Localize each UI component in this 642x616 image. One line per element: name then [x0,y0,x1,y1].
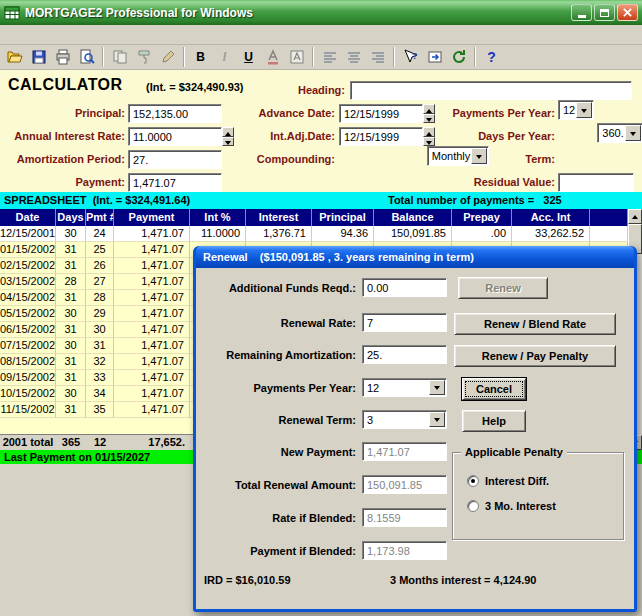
print-preview-button[interactable] [75,46,98,68]
column-header: Interest [246,209,312,226]
penalty-radio-option[interactable]: 3 Mo. Interest [467,500,556,512]
toolbar-separator [102,47,104,67]
rate-if-blended-field: 8.1559 [362,508,447,527]
int-adj-date-field[interactable]: 12/15/1999 [339,127,423,146]
scroll-up-button[interactable] [628,209,642,224]
pencil-icon [160,49,176,65]
months-interest-text: 3 Months interest = 4,124.90 [390,574,536,586]
dialog-title-bar[interactable]: Renewal ($150,091.85 , 3. years remainin… [196,246,634,268]
column-header: Pmt # [86,209,114,226]
heading-input[interactable] [350,81,632,100]
remaining-amortization-label: Remaining Amortization: [204,349,356,361]
spreadsheet-title: SPREADSHEET (Int. = $324,491.64) [4,192,190,209]
bold-button[interactable]: B [189,46,212,68]
advance-date-field[interactable]: 12/15/1999 [339,104,423,123]
align-center-icon [346,49,362,65]
dropdown-arrow-icon[interactable] [625,125,641,141]
additional-funds-label: Additional Funds Reqd.: [204,282,356,294]
column-header: Days [56,209,86,226]
dropdown-arrow-icon[interactable] [429,412,445,427]
dialog-payments-per-year-select[interactable]: 12 [362,378,447,397]
toolbar-separator [183,47,185,67]
payment-if-blended-label: Payment if Blended: [204,545,356,557]
radio-icon [467,500,479,512]
residual-value-label: Residual Value: [438,173,555,192]
help-button[interactable]: ? [480,46,503,68]
align-left-icon [322,49,338,65]
open-button[interactable] [3,46,26,68]
residual-value-field[interactable] [558,173,634,192]
italic-button: I [213,46,236,68]
new-payment-field: 1,471.07 [362,442,447,461]
format-painter-icon [136,49,152,65]
renew-blend-rate-button[interactable]: Renew / Blend Rate [454,313,616,335]
renew-pay-penalty-button[interactable]: Renew / Pay Penalty [454,345,616,367]
spin-down-icon[interactable] [423,114,435,124]
spin-up-icon[interactable] [423,104,435,114]
app-icon [4,5,20,21]
spin-up-icon[interactable] [423,127,435,137]
column-header: Prepay [452,209,512,226]
toolbar: B I U ? ? [0,45,642,70]
column-header: Principal [312,209,374,226]
new-payment-label: New Payment: [204,446,356,458]
spin-down-icon[interactable] [423,137,435,147]
menu-item[interactable] [34,33,50,37]
menu-item[interactable] [50,33,66,37]
amortization-period-field[interactable]: 27. [128,150,222,169]
dialog-help-button[interactable]: Help [462,410,526,432]
minimize-button[interactable] [571,4,592,21]
spreadsheet-header-bar: SPREADSHEET (Int. = $324,491.64) Total n… [0,192,642,209]
additional-funds-field[interactable]: 0.00 [362,278,447,297]
copy-icon [112,49,128,65]
context-help-button[interactable]: ? [399,46,422,68]
title-bar[interactable]: MORTGAGE2 Professional for Windows [0,0,642,25]
font-icon [289,49,305,65]
close-button[interactable] [617,4,638,21]
recalculate-button[interactable] [447,46,470,68]
radio-icon [467,475,479,487]
principal-field[interactable]: 152,135.00 [128,104,222,123]
dropdown-arrow-icon[interactable] [429,380,445,395]
applicable-penalty-group: Applicable Penalty Interest Diff. 3 Mo. … [452,452,624,540]
dialog-title: Renewal ($150,091.85 , 3. years remainin… [203,251,474,263]
table-header: Date Days Pmt # Payment Int % Interest P… [0,209,628,226]
goto-button[interactable] [423,46,446,68]
menu-bar [0,25,642,45]
advance-date-spinner[interactable] [423,104,435,123]
heading-label: Heading: [280,81,345,100]
payment-field[interactable]: 1,471.07 [128,173,222,192]
bold-icon: B [196,50,205,64]
payments-per-year-label: Payments Per Year: [438,104,555,123]
toolbar-separator [393,47,395,67]
menu-item[interactable] [18,33,34,37]
table-row[interactable]: 12/15/2001 30 24 1,471.07 11.0000 1,376.… [0,226,628,242]
menu-item[interactable] [66,33,82,37]
window-title: MORTGAGE2 Professional for Windows [25,6,571,20]
renewal-rate-field[interactable]: 7 [362,313,447,332]
menu-item[interactable] [82,33,98,37]
maximize-button[interactable] [594,4,615,21]
renewal-rate-label: Renewal Rate: [204,317,356,329]
penalty-radio-option[interactable]: Interest Diff. [467,475,556,487]
column-header: Acc. Int [512,209,590,226]
payments-per-year-select[interactable]: 12 [558,100,594,120]
print-preview-icon [79,49,95,65]
print-button[interactable] [51,46,74,68]
int-adj-date-label: Int.Adj.Date: [230,127,335,146]
align-right-button [366,46,389,68]
term-label: Term: [438,150,555,169]
dialog-body: Additional Funds Reqd.: 0.00 Renewal Rat… [196,268,634,609]
menu-item[interactable] [2,33,18,37]
print-icon [55,49,71,65]
renewal-term-select[interactable]: 3 [362,410,447,429]
dropdown-arrow-icon[interactable] [576,102,592,118]
annual-interest-rate-field[interactable]: 11.0000 [128,127,222,146]
int-adj-date-spinner[interactable] [423,127,435,146]
remaining-amortization-field[interactable]: 25. [362,345,447,364]
cancel-button[interactable]: Cancel [462,378,526,400]
open-icon [7,49,23,65]
save-button[interactable] [27,46,50,68]
underline-button[interactable]: U [237,46,260,68]
days-per-year-select[interactable]: 360. [597,123,642,143]
